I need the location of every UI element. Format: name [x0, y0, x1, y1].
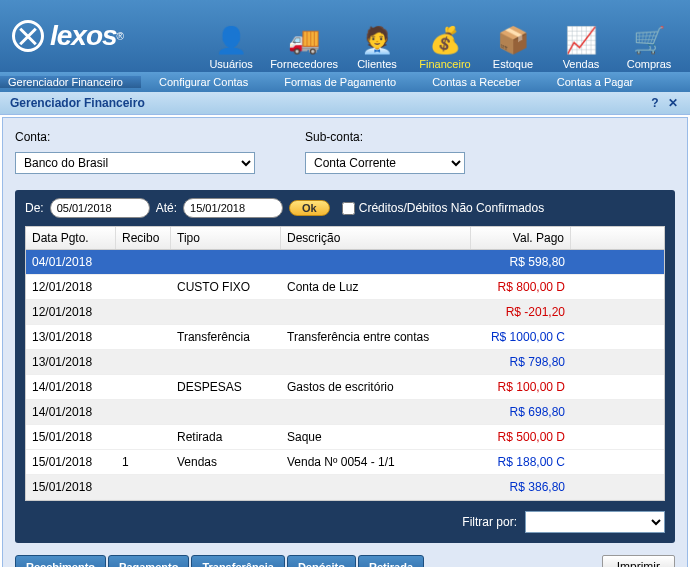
transactions-grid: Data Pgto. Recibo Tipo Descrição Val. Pa…: [25, 226, 665, 501]
col-val[interactable]: Val. Pago: [471, 227, 571, 249]
tab-transferência[interactable]: Transferência: [191, 555, 285, 567]
filtrar-label: Filtrar por:: [462, 515, 517, 529]
grid-header: Data Pgto. Recibo Tipo Descrição Val. Pa…: [26, 227, 664, 250]
nav-icon: 💰: [429, 24, 461, 56]
subnav-item[interactable]: Gerenciador Financeiro: [0, 76, 141, 88]
nav-estoque[interactable]: 📦Estoque: [484, 24, 542, 70]
nav-usuários[interactable]: 👤Usuários: [202, 24, 260, 70]
app-header: lexos ® 👤Usuários🚚Fornecedores🧑‍💼Cliente…: [0, 0, 690, 72]
reg-mark: ®: [117, 31, 124, 42]
table-row[interactable]: 13/01/2018R$ 798,80: [26, 350, 664, 375]
help-icon[interactable]: ?: [648, 96, 662, 110]
action-tabs: RecebimentoPagamentoTransferênciaDepósit…: [15, 555, 424, 567]
table-row[interactable]: 15/01/2018RetiradaSaqueR$ 500,00 D: [26, 425, 664, 450]
tab-pagamento[interactable]: Pagamento: [108, 555, 189, 567]
col-tipo[interactable]: Tipo: [171, 227, 281, 249]
panel-body: Conta: Banco do Brasil Sub-conta: Conta …: [2, 117, 688, 567]
conta-label: Conta:: [15, 130, 255, 144]
nav-icon: 🧑‍💼: [361, 24, 393, 56]
ate-label: Até:: [156, 201, 177, 215]
de-input[interactable]: [50, 198, 150, 218]
unconfirmed-checkbox-label[interactable]: Créditos/Débitos Não Confirmados: [342, 201, 544, 215]
nav-icon: 📦: [497, 24, 529, 56]
nav-icon: 🛒: [633, 24, 665, 56]
nav-vendas[interactable]: 📈Vendas: [552, 24, 610, 70]
subnav-item[interactable]: Contas a Pagar: [539, 76, 651, 88]
col-desc[interactable]: Descrição: [281, 227, 471, 249]
table-row[interactable]: 12/01/2018CUSTO FIXOConta de LuzR$ 800,0…: [26, 275, 664, 300]
table-row[interactable]: 14/01/2018R$ 698,80: [26, 400, 664, 425]
table-row[interactable]: 12/01/2018R$ -201,20: [26, 300, 664, 325]
ate-input[interactable]: [183, 198, 283, 218]
nav-icon: 🚚: [288, 24, 320, 56]
col-recibo[interactable]: Recibo: [116, 227, 171, 249]
subnav-item[interactable]: Configurar Contas: [141, 76, 266, 88]
table-row[interactable]: 13/01/2018TransferênciaTransferência ent…: [26, 325, 664, 350]
logo-mark-icon: [12, 20, 44, 52]
nav-compras[interactable]: 🛒Compras: [620, 24, 678, 70]
subnav-item[interactable]: Formas de Pagamento: [266, 76, 414, 88]
close-icon[interactable]: ✕: [666, 96, 680, 110]
table-row[interactable]: 15/01/20181VendasVenda Nº 0054 - 1/1R$ 1…: [26, 450, 664, 475]
transactions-box: De: Até: Ok Créditos/Débitos Não Confirm…: [15, 190, 675, 543]
nav-clientes[interactable]: 🧑‍💼Clientes: [348, 24, 406, 70]
tab-depósito[interactable]: Depósito: [287, 555, 356, 567]
col-data[interactable]: Data Pgto.: [26, 227, 116, 249]
de-label: De:: [25, 201, 44, 215]
nav-icon: 📈: [565, 24, 597, 56]
panel-title-bar: Gerenciador Financeiro ? ✕: [0, 92, 690, 115]
subconta-label: Sub-conta:: [305, 130, 465, 144]
ok-button[interactable]: Ok: [289, 200, 330, 216]
nav-icon: 👤: [215, 24, 247, 56]
conta-select[interactable]: Banco do Brasil: [15, 152, 255, 174]
nav-financeiro[interactable]: 💰Financeiro: [416, 24, 474, 70]
tab-recebimento[interactable]: Recebimento: [15, 555, 106, 567]
date-filter-row: De: Até: Ok Créditos/Débitos Não Confirm…: [25, 198, 665, 218]
main-nav: 👤Usuários🚚Fornecedores🧑‍💼Clientes💰Financ…: [202, 0, 678, 72]
tab-retirada[interactable]: Retirada: [358, 555, 424, 567]
bottom-row: RecebimentoPagamentoTransferênciaDepósit…: [15, 555, 675, 567]
subconta-select[interactable]: Conta Corrente: [305, 152, 465, 174]
panel-title: Gerenciador Financeiro: [10, 96, 145, 110]
nav-fornecedores[interactable]: 🚚Fornecedores: [270, 24, 338, 70]
unconfirmed-checkbox[interactable]: [342, 202, 355, 215]
subnav-item[interactable]: Contas a Receber: [414, 76, 539, 88]
filtrar-select[interactable]: [525, 511, 665, 533]
brand-logo: lexos ®: [12, 20, 124, 52]
table-row[interactable]: 14/01/2018DESPESASGastos de escritórioR$…: [26, 375, 664, 400]
account-filters: Conta: Banco do Brasil Sub-conta: Conta …: [15, 130, 675, 174]
brand-name: lexos: [50, 20, 117, 52]
print-button[interactable]: Imprimir: [602, 555, 675, 567]
filter-bar: Filtrar por:: [25, 511, 665, 533]
table-row[interactable]: 04/01/2018R$ 598,80: [26, 250, 664, 275]
sub-nav: Gerenciador FinanceiroConfigurar ContasF…: [0, 72, 690, 92]
table-row[interactable]: 15/01/2018R$ 386,80: [26, 475, 664, 500]
